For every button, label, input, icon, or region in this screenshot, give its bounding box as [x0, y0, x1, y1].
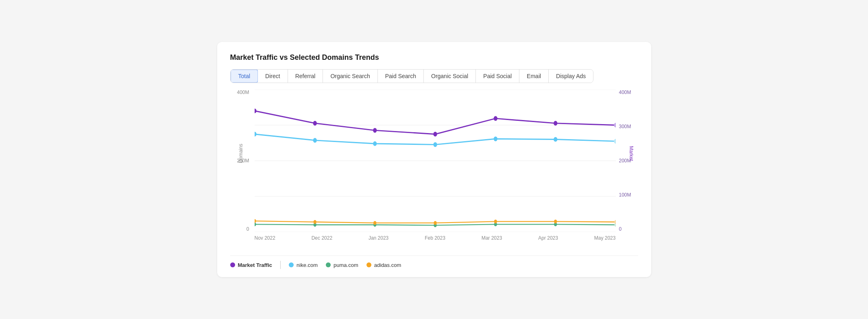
tab-paid-social[interactable]: Paid Social	[476, 70, 519, 83]
x-label-apr2023: Apr 2023	[538, 235, 558, 241]
legend-dot-puma	[326, 262, 331, 267]
tab-paid-search[interactable]: Paid Search	[378, 70, 424, 83]
y-axis-title-left: Domains	[238, 144, 243, 163]
tab-total[interactable]: Total	[230, 69, 259, 83]
x-label-nov2022: Nov 2022	[255, 235, 275, 241]
market-dot-2	[373, 128, 377, 133]
nike-dot-1	[313, 138, 316, 143]
y-right-label-400: 400M	[619, 90, 631, 95]
nike-dot-2	[373, 141, 377, 146]
market-dot-5	[554, 121, 557, 126]
legend-nike: nike.com	[289, 262, 318, 268]
y-left-label-0: 0	[246, 226, 249, 232]
main-card: Market Traffic vs Selected Domains Trend…	[217, 42, 651, 277]
tab-email[interactable]: Email	[519, 70, 549, 83]
legend-puma: puma.com	[326, 262, 358, 268]
y-axis-right: 400M 300M 200M 100M 0	[616, 90, 638, 232]
x-label-feb2023: Feb 2023	[425, 235, 445, 241]
market-dot-1	[313, 121, 316, 126]
adidas-dot-3	[434, 221, 436, 225]
legend: Market Traffic nike.com puma.com adidas.…	[230, 256, 638, 269]
puma-dot-0	[255, 223, 256, 226]
x-label-dec2022: Dec 2022	[312, 235, 332, 241]
adidas-dot-0	[255, 219, 256, 223]
legend-label-nike: nike.com	[297, 262, 318, 268]
adidas-dot-5	[554, 220, 556, 223]
y-axis-title-right: Market	[628, 146, 634, 161]
x-label-may2023: May 2023	[594, 235, 616, 241]
nike-dot-3	[433, 142, 437, 147]
tab-referral[interactable]: Referral	[288, 70, 323, 83]
legend-dot-adidas	[366, 262, 371, 267]
chart-svg	[255, 90, 616, 232]
adidas-dot-1	[313, 220, 316, 224]
y-right-label-300: 300M	[619, 124, 631, 129]
nike-dot-0	[255, 132, 257, 137]
nike-dot-4	[493, 137, 497, 142]
nike-dot-5	[554, 137, 557, 142]
chart-svg-area	[255, 90, 616, 232]
x-axis: Nov 2022 Dec 2022 Jan 2023 Feb 2023 Mar …	[255, 232, 616, 252]
market-dot-3	[433, 132, 437, 137]
tab-display-ads[interactable]: Display Ads	[549, 70, 593, 83]
legend-dot-nike	[289, 262, 294, 267]
y-left-label-400: 400M	[237, 90, 249, 95]
market-dot-0	[255, 109, 257, 114]
chart-container: 400M 200M 0 Domains 400M 300M 200M 100M …	[230, 90, 638, 252]
adidas-dot-2	[373, 221, 376, 225]
tab-organic-social[interactable]: Organic Social	[424, 70, 476, 83]
y-right-label-100: 100M	[619, 192, 631, 198]
market-dot-4	[493, 116, 497, 121]
adidas-dot-6	[614, 220, 616, 224]
legend-label-adidas: adidas.com	[374, 262, 401, 268]
tab-group: Total Direct Referral Organic Search Pai…	[230, 69, 594, 83]
tab-organic-search[interactable]: Organic Search	[323, 70, 377, 83]
x-label-mar2023: Mar 2023	[482, 235, 502, 241]
legend-adidas: adidas.com	[366, 262, 401, 268]
legend-market: Market Traffic	[230, 262, 273, 268]
x-label-jan2023: Jan 2023	[369, 235, 388, 241]
legend-label-market: Market Traffic	[238, 262, 273, 268]
legend-label-puma: puma.com	[334, 262, 358, 268]
legend-divider	[280, 261, 281, 269]
tab-direct[interactable]: Direct	[258, 70, 288, 83]
card-title: Market Traffic vs Selected Domains Trend…	[230, 53, 638, 62]
y-right-label-0: 0	[619, 226, 622, 232]
legend-dot-market	[230, 262, 235, 267]
adidas-dot-4	[494, 220, 497, 223]
market-dot-6	[614, 123, 616, 128]
market-line	[255, 111, 616, 134]
nike-dot-6	[614, 139, 616, 144]
